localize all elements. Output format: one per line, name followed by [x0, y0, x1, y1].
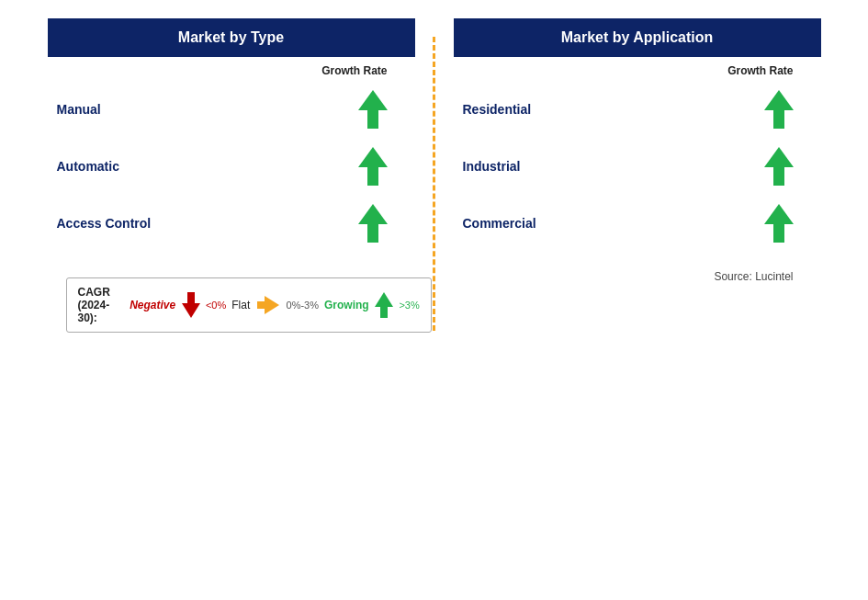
divider	[434, 18, 435, 582]
right-panel: Market by Application Growth Rate Reside…	[445, 18, 830, 283]
legend-box: CAGR(2024-30): Negative <0% Flat 0%-3% G…	[66, 277, 432, 333]
main-container: Market by Type Growth Rate Manual Automa…	[0, 0, 868, 600]
negative-range: <0%	[206, 300, 226, 311]
table-row: Residential	[454, 81, 821, 138]
commercial-label: Commercial	[463, 216, 536, 231]
flat-arrow-right-icon	[257, 296, 278, 314]
industrial-label: Industrial	[463, 159, 521, 174]
access-control-growth-arrow-up-icon	[358, 204, 388, 243]
left-panel: Market by Type Growth Rate Manual Automa…	[39, 18, 424, 333]
left-panel-title: Market by Type	[48, 18, 415, 57]
table-row: Industrial	[454, 138, 821, 195]
automatic-growth-arrow-up-icon	[358, 147, 388, 186]
flat-range: 0%-3%	[287, 300, 319, 311]
commercial-growth-arrow-up-icon	[764, 204, 794, 243]
manual-growth-arrow-up-icon	[358, 90, 388, 129]
right-growth-rate-label: Growth Rate	[454, 57, 821, 81]
source-text: Source: Lucintel	[454, 252, 821, 283]
cagr-label: CAGR(2024-30):	[78, 286, 121, 324]
growing-label: Growing	[324, 299, 369, 311]
industrial-growth-arrow-up-icon	[764, 147, 794, 186]
table-row: Access Control	[48, 195, 415, 252]
table-row: Commercial	[454, 195, 821, 252]
dashed-line	[433, 37, 435, 331]
flat-label: Flat	[231, 299, 250, 311]
table-row: Automatic	[48, 138, 415, 195]
table-row: Manual	[48, 81, 415, 138]
growing-range: >3%	[399, 300, 419, 311]
automatic-label: Automatic	[57, 159, 119, 174]
negative-arrow-down-icon	[183, 292, 198, 318]
residential-label: Residential	[463, 102, 532, 117]
manual-label: Manual	[57, 102, 101, 117]
right-panel-title: Market by Application	[454, 18, 821, 57]
growing-arrow-up-icon	[377, 292, 392, 318]
residential-growth-arrow-up-icon	[764, 90, 794, 129]
access-control-label: Access Control	[57, 216, 152, 231]
left-growth-rate-label: Growth Rate	[48, 57, 415, 81]
negative-label: Negative	[130, 299, 175, 311]
